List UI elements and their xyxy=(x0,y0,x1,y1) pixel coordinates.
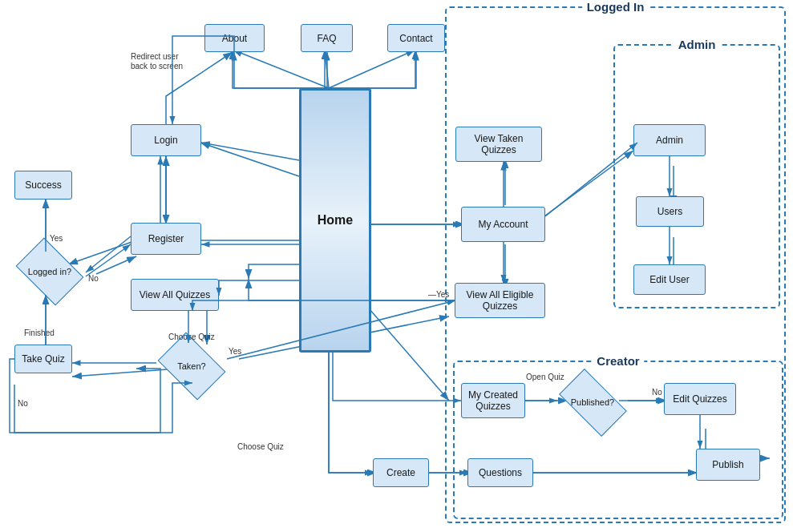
published-diamond: Published? xyxy=(557,383,628,421)
no-label-take-quiz: No xyxy=(18,399,28,408)
faq-box: FAQ xyxy=(301,24,353,52)
home-box: Home xyxy=(299,88,371,353)
logged-in-title: Logged In xyxy=(582,0,649,14)
admin-title: Admin xyxy=(674,38,721,51)
svg-line-3 xyxy=(325,50,329,88)
questions-box: Questions xyxy=(467,458,533,487)
take-quiz-box: Take Quiz xyxy=(14,345,72,373)
users-box: Users xyxy=(636,196,704,227)
diagram-container: Logged In Admin Creator About FAQ Contac… xyxy=(0,0,793,532)
edit-quizzes-box: Edit Quizzes xyxy=(664,383,736,415)
creator-title: Creator xyxy=(592,354,644,368)
taken-diamond: Taken? xyxy=(156,343,227,389)
login-box: Login xyxy=(131,124,201,156)
svg-line-5 xyxy=(200,143,299,176)
yes-label-taken: Yes xyxy=(229,347,241,356)
register-box: Register xyxy=(131,223,201,255)
view-taken-quizzes-box: View Taken Quizzes xyxy=(455,127,542,162)
no-published-label: No xyxy=(652,388,662,397)
my-account-box: My Account xyxy=(461,207,545,242)
finished-label: Finished xyxy=(24,328,55,337)
view-eligible-box: View All Eligible Quizzes xyxy=(455,283,545,318)
redirect-label: Redirect user back to screen xyxy=(131,52,189,71)
about-box: About xyxy=(204,24,265,52)
yes-eligible: —Yes xyxy=(428,290,449,299)
no-label-register: No xyxy=(88,274,99,283)
contact-box: Contact xyxy=(387,24,445,52)
yes-label-success: Yes xyxy=(50,234,63,243)
my-created-quizzes-box: My Created Quizzes xyxy=(461,383,525,418)
svg-line-2 xyxy=(233,50,329,88)
publish-box: Publish xyxy=(696,449,760,481)
view-all-quizzes-box: View All Quizzes xyxy=(131,279,219,311)
admin-box: Admin xyxy=(633,124,706,156)
logged-in-diamond: Logged in? xyxy=(14,248,85,295)
choose-quiz-label-1: Choose Quiz xyxy=(168,332,215,341)
edit-user-box: Edit User xyxy=(633,264,706,295)
open-quiz-label: Open Quiz xyxy=(526,373,564,381)
success-box: Success xyxy=(14,171,72,200)
svg-line-4 xyxy=(329,50,415,88)
create-box: Create xyxy=(373,458,429,487)
choose-quiz-label-2: Choose Quiz xyxy=(237,442,284,451)
